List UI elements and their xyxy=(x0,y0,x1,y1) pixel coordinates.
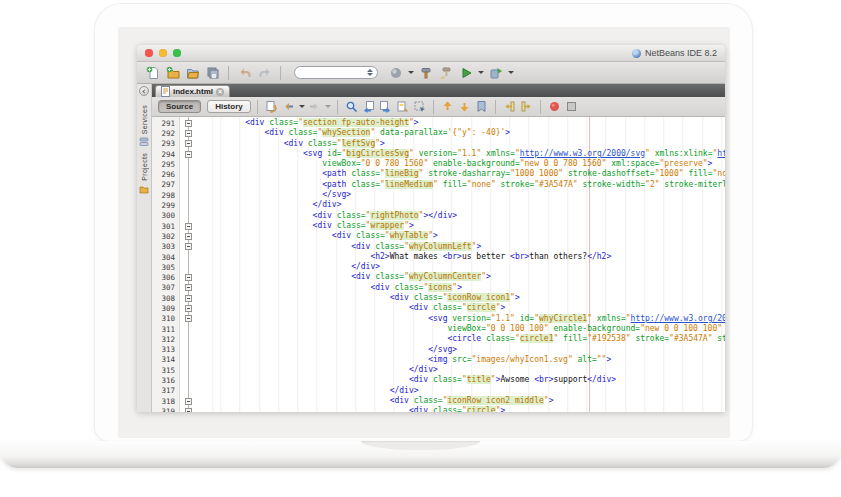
last-edit-location-button[interactable] xyxy=(264,99,279,114)
fold-toggle-icon[interactable] xyxy=(180,284,197,291)
line-number: 311 xyxy=(152,325,180,334)
line-number: 314 xyxy=(152,355,180,364)
clean-and-build-button[interactable] xyxy=(437,64,454,81)
main-toolbar xyxy=(137,62,725,84)
next-bookmark-button[interactable] xyxy=(457,99,472,114)
code-line: 319 <div class="circle"> xyxy=(152,406,725,412)
find-next-button[interactable] xyxy=(378,99,393,114)
code-text: <div class="circle"> xyxy=(197,406,725,412)
code-line: 316 <div class="title">Awsome <br>suppor… xyxy=(152,375,725,385)
sidebar-tab-services[interactable]: Services xyxy=(139,102,149,150)
redo-button[interactable] xyxy=(256,64,273,81)
code-text: <div class="iconRow icon2 middle"> xyxy=(197,396,725,406)
toggle-bookmark-button[interactable] xyxy=(474,99,489,114)
minimize-window-button[interactable] xyxy=(159,49,167,57)
build-project-button[interactable] xyxy=(417,64,434,81)
fold-toggle-icon[interactable] xyxy=(180,305,197,312)
code-line: 292 <div class="whySection" data-paralla… xyxy=(152,128,725,138)
fold-toggle-icon[interactable] xyxy=(180,295,197,302)
line-number: 317 xyxy=(152,386,180,395)
forward-dropdown-icon[interactable] xyxy=(325,105,331,108)
history-view-button[interactable]: History xyxy=(207,100,251,113)
code-line: 307 <div class="icons"> xyxy=(152,283,725,293)
debug-project-button[interactable] xyxy=(487,64,504,81)
shift-line-right-button[interactable] xyxy=(519,99,534,114)
line-number: 307 xyxy=(152,283,180,292)
document-tab-strip: index.html × xyxy=(152,84,725,97)
fold-toggle-icon[interactable] xyxy=(180,120,197,127)
line-number: 309 xyxy=(152,304,180,313)
deploy-button[interactable] xyxy=(387,64,404,81)
line-number: 306 xyxy=(152,273,180,282)
code-text: <h2>What makes <br>us better <br>than ot… xyxy=(197,252,725,262)
line-number: 300 xyxy=(152,211,180,220)
forward-button[interactable] xyxy=(307,99,322,114)
debug-dropdown-icon[interactable] xyxy=(508,71,514,74)
line-number: 303 xyxy=(152,242,180,251)
services-icon xyxy=(139,137,149,147)
code-text: <div class="iconRow icon1"> xyxy=(197,293,725,303)
code-text: <div class="icons"> xyxy=(197,283,725,293)
tab-index-html[interactable]: index.html × xyxy=(155,85,230,97)
code-line: 308 <div class="iconRow icon1"> xyxy=(152,293,725,303)
window-titlebar: NetBeans IDE 8.2 xyxy=(137,45,725,62)
code-text: <path class="lineBig" stroke-dasharray="… xyxy=(197,169,725,179)
rail-collapse-button[interactable] xyxy=(139,86,149,96)
code-text: <div class="title">Awsome <br>support</d… xyxy=(197,375,725,385)
shift-line-left-button[interactable] xyxy=(502,99,517,114)
fold-toggle-icon[interactable] xyxy=(180,398,197,405)
record-macro-button[interactable] xyxy=(547,99,562,114)
code-line: 317 </div> xyxy=(152,386,725,396)
code-text: <img src="images/whyIcon1.svg" alt=""> xyxy=(197,355,725,365)
back-button[interactable] xyxy=(281,99,296,114)
previous-bookmark-button[interactable] xyxy=(440,99,455,114)
new-project-button[interactable] xyxy=(164,64,181,81)
line-number: 297 xyxy=(152,180,180,189)
save-all-button[interactable] xyxy=(204,64,221,81)
code-text: <div class="leftSvg"> xyxy=(197,139,725,149)
code-line: 305 </div> xyxy=(152,262,725,272)
configuration-combo[interactable] xyxy=(294,66,378,79)
line-number: 298 xyxy=(152,191,180,200)
select-in-button[interactable] xyxy=(412,99,427,114)
fold-toggle-icon[interactable] xyxy=(180,151,197,158)
fold-toggle-icon[interactable] xyxy=(180,233,197,240)
code-line: 315 </div> xyxy=(152,365,725,375)
code-text: <div class="circle"> xyxy=(197,303,725,313)
back-dropdown-icon[interactable] xyxy=(299,105,305,108)
code-line: 303 <div class="whyColumnLeft"> xyxy=(152,242,725,252)
line-number: 294 xyxy=(152,150,180,159)
code-editor[interactable]: 291 <div class="section fp-auto-height">… xyxy=(152,117,725,412)
run-project-button[interactable] xyxy=(457,64,474,81)
source-view-button[interactable]: Source xyxy=(158,100,201,113)
open-project-button[interactable] xyxy=(184,64,201,81)
fold-toggle-icon[interactable] xyxy=(180,130,197,137)
projects-tab-label: Projects xyxy=(141,153,148,181)
stop-macro-button[interactable] xyxy=(564,99,579,114)
find-previous-button[interactable] xyxy=(361,99,376,114)
close-window-button[interactable] xyxy=(145,49,153,57)
run-dropdown-icon[interactable] xyxy=(478,71,484,74)
toggle-highlight-search-button[interactable] xyxy=(395,99,410,114)
find-selection-button[interactable] xyxy=(344,99,359,114)
line-number: 292 xyxy=(152,129,180,138)
fold-toggle-icon[interactable] xyxy=(180,408,197,412)
fold-toggle-icon[interactable] xyxy=(180,223,197,230)
zoom-window-button[interactable] xyxy=(173,49,181,57)
deploy-dropdown-icon[interactable] xyxy=(408,71,414,74)
line-number: 296 xyxy=(152,170,180,179)
code-line: 318 <div class="iconRow icon2 middle"> xyxy=(152,396,725,406)
fold-toggle-icon[interactable] xyxy=(180,243,197,250)
new-file-button[interactable] xyxy=(144,64,161,81)
sidebar-tab-projects[interactable]: Projects xyxy=(139,150,149,197)
close-tab-icon[interactable]: × xyxy=(216,88,224,96)
line-number: 318 xyxy=(152,397,180,406)
code-line: 296 <path class="lineBig" stroke-dasharr… xyxy=(152,169,725,179)
fold-toggle-icon[interactable] xyxy=(180,274,197,281)
netbeans-logo-icon xyxy=(632,49,641,58)
code-line: 314 <img src="images/whyIcon1.svg" alt="… xyxy=(152,355,725,365)
fold-toggle-icon[interactable] xyxy=(180,140,197,147)
undo-button[interactable] xyxy=(236,64,253,81)
fold-toggle-icon[interactable] xyxy=(180,315,197,322)
line-number: 310 xyxy=(152,314,180,323)
